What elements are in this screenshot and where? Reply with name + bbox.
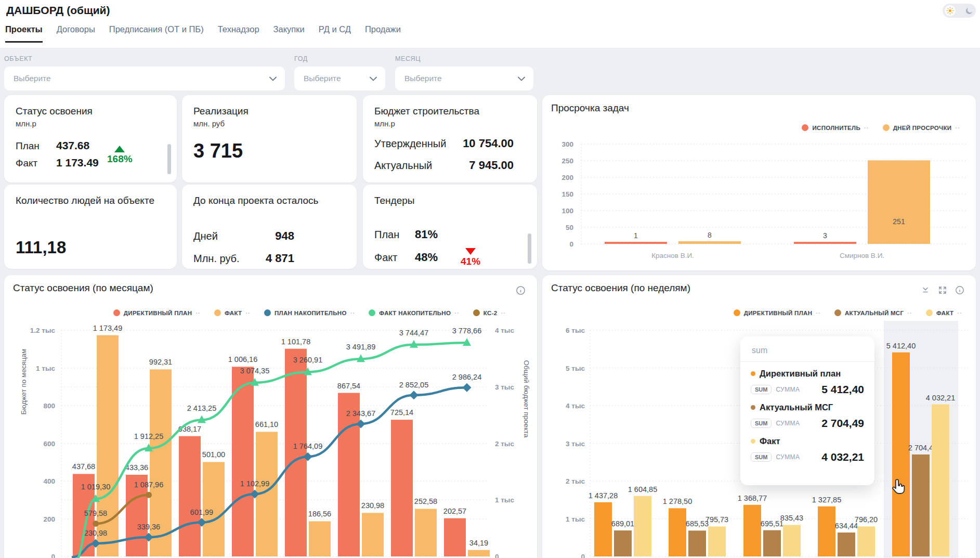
legend-dot-icon (802, 124, 808, 131)
tab-5[interactable]: Закупки (273, 24, 305, 43)
svg-text:1 368,77: 1 368,77 (738, 494, 767, 502)
svg-text:Общий бюджет проекта: Общий бюджет проекта (522, 360, 530, 438)
tabs: ПроектыДоговорыПредписания (ОТ и ПБ)Техн… (5, 24, 401, 43)
svg-text:3 074,35: 3 074,35 (240, 367, 269, 375)
svg-text:1.2 тыс: 1.2 тыс (30, 327, 56, 334)
tooltip-row: Директивный план SUMСУММА5 412,40 (740, 362, 874, 396)
svg-text:501,00: 501,00 (202, 450, 225, 459)
svg-text:200: 200 (561, 174, 573, 181)
chevron-down-icon (518, 76, 525, 81)
legend-item[interactable]: ИСПОЛНИТЕЛЬ·· (802, 124, 869, 131)
moon-icon[interactable] (965, 6, 974, 15)
theme-toggle[interactable] (943, 4, 976, 18)
legend-dot-icon (113, 309, 120, 316)
svg-text:1 437,28: 1 437,28 (589, 491, 618, 500)
sum-chip: SUM (751, 419, 772, 428)
light-theme-button[interactable] (945, 5, 956, 16)
expand-icon[interactable] (938, 286, 947, 295)
tab-7[interactable]: Продажи (365, 24, 401, 43)
legend-item[interactable]: ФАКТ·· (926, 309, 962, 316)
filter-month-select[interactable]: Выберите (395, 67, 533, 90)
svg-text:796,20: 796,20 (855, 515, 878, 524)
tab-4[interactable]: Технадзор (218, 24, 259, 43)
kpi-row-fact: Факт 48% (374, 252, 438, 263)
topbar: ДАШБОРД (общий) ПроектыДоговорыПредписан… (0, 0, 980, 48)
overdue-chart[interactable]: 050100150200250300138251Краснов В.И.Смир… (542, 95, 976, 270)
chevron-down-icon (370, 76, 377, 81)
sum-chip: SUM (751, 385, 772, 394)
monthly-chart[interactable]: 02004006008001 тыс1.2 тыс01 тыс2 тыс3 ты… (4, 275, 537, 558)
legend-item[interactable]: ДИРЕКТИВНЫЙ ПЛАН·· (734, 309, 821, 316)
chart-tooltip: sum Директивный план SUMСУММА5 412,40 Ак… (740, 336, 874, 485)
kpi-card-osvoenie: Статус освоения млн.р План 437.68 Факт 1… (4, 95, 177, 183)
tab-1[interactable]: Проекты (5, 24, 43, 43)
svg-text:1 604,85: 1 604,85 (628, 485, 657, 494)
svg-text:202,57: 202,57 (443, 507, 466, 515)
tab-2[interactable]: Договоры (57, 24, 95, 43)
svg-text:1 тыс: 1 тыс (495, 496, 514, 504)
svg-text:100: 100 (561, 207, 573, 215)
kpi-card-budget: Бюджет строительства млн.р Утвержденный … (363, 95, 537, 183)
svg-text:2 343,67: 2 343,67 (346, 409, 375, 418)
svg-text:601,99: 601,99 (190, 508, 213, 516)
svg-text:4 032,21: 4 032,21 (926, 394, 955, 402)
filter-month-placeholder: Выберите (404, 74, 518, 83)
legend-item[interactable]: ДИРЕКТИВНЫЙ ПЛАН·· (113, 309, 201, 316)
svg-text:1 019,30: 1 019,30 (81, 483, 110, 491)
legend-item[interactable]: КС-2·· (473, 309, 506, 316)
svg-text:0: 0 (569, 240, 573, 248)
legend-item[interactable]: ФАКТ·· (214, 309, 251, 316)
svg-text:5 412,40: 5 412,40 (886, 342, 916, 350)
svg-text:800: 800 (43, 402, 55, 410)
svg-text:835,43: 835,43 (780, 514, 803, 522)
tab-3[interactable]: Предписания (ОТ и ПБ) (109, 24, 204, 43)
svg-text:1 764,09: 1 764,09 (293, 442, 322, 450)
tooltip-row: Актуальный МСГ SUMСУММА2 704,49 (740, 396, 874, 430)
legend-item[interactable]: АКТУАЛЬНЫЙ МСГ·· (834, 309, 912, 316)
legend-item[interactable]: ФАКТ НАКОПИТЕЛЬНО·· (369, 309, 460, 316)
info-icon[interactable] (955, 286, 964, 295)
svg-text:8: 8 (708, 231, 712, 239)
kpi-title: Реализация (193, 106, 249, 117)
svg-text:437,68: 437,68 (72, 462, 95, 471)
svg-text:230,98: 230,98 (361, 501, 384, 510)
svg-text:1 101,78: 1 101,78 (281, 338, 310, 346)
legend-item[interactable]: ПЛАН НАКОПИТЕЛЬНО·· (264, 309, 355, 316)
svg-text:3 778,66: 3 778,66 (452, 327, 481, 335)
kpi-row-plan: План 81% (374, 229, 438, 240)
filter-year-select[interactable]: Выберите (294, 67, 385, 90)
svg-text:1 тыс: 1 тыс (36, 365, 55, 372)
info-icon[interactable] (516, 286, 526, 295)
card-scrollbar[interactable] (167, 144, 171, 174)
triangle-up-icon (114, 146, 125, 152)
collapse-icon[interactable] (921, 286, 930, 295)
filter-object-label: ОБЪЕКТ (4, 55, 32, 62)
tab-6[interactable]: РД и СД (319, 24, 351, 43)
legend-item[interactable]: ДНЕЙ ПРОСРОЧКИ·· (883, 124, 960, 131)
page-title: ДАШБОРД (общий) (6, 4, 110, 17)
svg-text:1 327,85: 1 327,85 (812, 496, 841, 504)
kpi-card-people: Количество людей на объекте 111,18 (4, 185, 177, 269)
kpi-unit: млн.р (16, 119, 36, 128)
filter-year-placeholder: Выберите (304, 74, 370, 83)
kpi-delta-down: 41% (461, 248, 480, 266)
kpi-title: Количество людей на объекте (16, 195, 154, 206)
filter-object-placeholder: Выберите (14, 74, 269, 83)
kpi-card-realization: Реализация млн. руб 3 715 (182, 95, 357, 183)
svg-text:4 тыс: 4 тыс (566, 402, 585, 410)
kpi-unit: млн.р (374, 119, 395, 128)
svg-text:1: 1 (634, 231, 638, 240)
card-scrollbar[interactable] (528, 233, 531, 264)
svg-text:250: 250 (561, 157, 573, 165)
sun-icon (946, 7, 954, 15)
svg-text:3 260,91: 3 260,91 (293, 356, 322, 364)
kpi-value: 111,18 (16, 239, 66, 256)
svg-text:251: 251 (893, 217, 905, 226)
monthly-chart-card: Статус освоения (по месяцам) ДИРЕКТИВНЫЙ… (4, 275, 537, 558)
filter-object-select[interactable]: Выберите (4, 67, 285, 90)
svg-text:1 087,96: 1 087,96 (134, 481, 163, 489)
legend-dot-icon (734, 309, 740, 316)
svg-text:3 тыс: 3 тыс (495, 383, 514, 391)
kpi-title: До конца проекта осталось (193, 195, 318, 206)
svg-text:992,31: 992,31 (149, 358, 172, 366)
